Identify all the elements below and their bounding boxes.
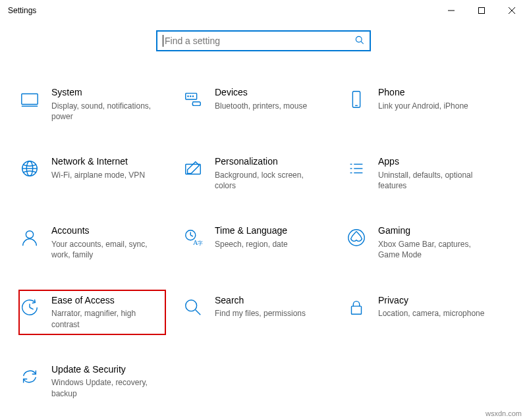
- tile-desc: Uninstall, defaults, optional features: [378, 170, 489, 191]
- search-icon: [355, 36, 364, 47]
- tile-devices[interactable]: Devices Bluetooth, printers, mouse: [182, 82, 345, 127]
- tile-title: Ease of Access: [51, 295, 162, 306]
- tile-title: Time & Language: [215, 225, 288, 236]
- ease-of-access-icon: [18, 296, 41, 319]
- tile-title: System: [51, 87, 162, 98]
- search-container: [0, 30, 527, 51]
- tile-title: Phone: [378, 87, 468, 98]
- search-input[interactable]: [165, 36, 355, 46]
- tile-desc: Wi-Fi, airplane mode, VPN: [51, 170, 145, 180]
- tile-title: Update & Security: [51, 364, 162, 375]
- tile-text: Personalization Background, lock screen,…: [215, 156, 325, 191]
- tile-desc: Find my files, permissions: [215, 308, 306, 319]
- tile-text: Privacy Location, camera, microphone: [378, 295, 484, 319]
- apps-icon: [345, 157, 368, 180]
- accounts-icon: [18, 226, 41, 249]
- tile-title: Search: [215, 295, 306, 306]
- svg-text:字: 字: [198, 240, 203, 247]
- tile-title: Privacy: [378, 295, 484, 306]
- tile-text: Update & Security Windows Update, recove…: [51, 364, 162, 399]
- svg-point-9: [188, 96, 188, 97]
- tile-text: Network & Internet Wi-Fi, airplane mode,…: [51, 156, 145, 180]
- tile-desc: Location, camera, microphone: [378, 308, 484, 319]
- tile-apps[interactable]: Apps Uninstall, defaults, optional featu…: [345, 151, 509, 196]
- tile-update-security[interactable]: Update & Security Windows Update, recove…: [18, 359, 182, 404]
- tile-desc: Xbox Game Bar, captures, Game Mode: [378, 239, 489, 260]
- search-box[interactable]: [156, 30, 371, 51]
- svg-point-11: [192, 96, 193, 97]
- search-category-icon: [182, 296, 204, 319]
- tile-desc: Windows Update, recovery, backup: [51, 377, 162, 398]
- tile-accounts[interactable]: Accounts Your accounts, email, sync, wor…: [18, 220, 182, 265]
- close-icon: [509, 7, 515, 14]
- tile-search[interactable]: Search Find my files, permissions: [182, 290, 345, 335]
- close-button[interactable]: [497, 0, 527, 21]
- settings-grid: System Display, sound, notifications, po…: [0, 82, 527, 404]
- tile-title: Personalization: [215, 156, 325, 167]
- tile-text: System Display, sound, notifications, po…: [51, 87, 162, 122]
- tile-text: Apps Uninstall, defaults, optional featu…: [378, 156, 489, 191]
- svg-point-10: [190, 96, 191, 97]
- tile-phone[interactable]: Phone Link your Android, iPhone: [345, 82, 509, 127]
- tile-title: Devices: [215, 87, 307, 98]
- tile-gaming[interactable]: Gaming Xbox Game Bar, captures, Game Mod…: [345, 220, 509, 265]
- tile-desc: Speech, region, date: [215, 239, 288, 249]
- tile-title: Apps: [378, 156, 489, 167]
- tile-desc: Your accounts, email, sync, work, family: [51, 239, 162, 260]
- svg-rect-6: [22, 94, 38, 105]
- svg-line-34: [196, 309, 201, 315]
- network-icon: [18, 157, 41, 180]
- tile-desc: Display, sound, notifications, power: [51, 101, 162, 122]
- personalization-icon: [182, 157, 204, 180]
- tile-text: Phone Link your Android, iPhone: [378, 87, 468, 111]
- tile-privacy[interactable]: Privacy Location, camera, microphone: [345, 290, 509, 335]
- tile-desc: Link your Android, iPhone: [378, 101, 468, 111]
- tile-desc: Bluetooth, printers, mouse: [215, 101, 307, 111]
- time-language-icon: A字: [182, 226, 204, 249]
- tile-text: Accounts Your accounts, email, sync, wor…: [51, 225, 162, 260]
- svg-line-27: [190, 236, 193, 237]
- tile-text: Time & Language Speech, region, date: [215, 225, 288, 249]
- tile-personalization[interactable]: Personalization Background, lock screen,…: [182, 151, 345, 196]
- window-title: Settings: [8, 6, 36, 15]
- tile-desc: Background, lock screen, colors: [215, 170, 325, 191]
- titlebar: Settings: [0, 0, 527, 21]
- maximize-button[interactable]: [466, 0, 497, 21]
- svg-line-5: [361, 41, 364, 43]
- svg-point-24: [26, 231, 33, 238]
- tile-title: Accounts: [51, 225, 162, 236]
- svg-rect-1: [479, 8, 485, 14]
- svg-point-33: [186, 300, 197, 311]
- svg-line-32: [30, 307, 34, 309]
- tile-text: Devices Bluetooth, printers, mouse: [215, 87, 307, 111]
- svg-rect-35: [352, 306, 362, 314]
- minimize-icon: [448, 7, 455, 14]
- tile-network[interactable]: Network & Internet Wi-Fi, airplane mode,…: [18, 151, 182, 196]
- tile-time-language[interactable]: A字 Time & Language Speech, region, date: [182, 220, 345, 265]
- text-caret: [163, 35, 163, 47]
- tile-text: Ease of Access Narrator, magnifier, high…: [51, 295, 162, 330]
- privacy-icon: [345, 296, 368, 319]
- tile-system[interactable]: System Display, sound, notifications, po…: [18, 82, 182, 127]
- svg-point-4: [356, 36, 362, 42]
- window-controls: [436, 0, 527, 21]
- devices-icon: [182, 88, 204, 111]
- svg-rect-12: [352, 92, 360, 107]
- gaming-icon: [345, 226, 368, 249]
- attribution-text: wsxdn.com: [485, 409, 522, 417]
- tile-text: Gaming Xbox Game Bar, captures, Game Mod…: [378, 225, 489, 260]
- tile-desc: Narrator, magnifier, high contrast: [51, 308, 162, 329]
- tile-text: Search Find my files, permissions: [215, 295, 306, 319]
- phone-icon: [345, 88, 368, 111]
- tile-title: Network & Internet: [51, 156, 145, 167]
- maximize-icon: [478, 7, 485, 14]
- tile-ease-of-access[interactable]: Ease of Access Narrator, magnifier, high…: [18, 290, 166, 335]
- minimize-button[interactable]: [436, 0, 466, 21]
- tile-title: Gaming: [378, 225, 489, 236]
- system-icon: [18, 88, 41, 111]
- update-security-icon: [18, 365, 41, 388]
